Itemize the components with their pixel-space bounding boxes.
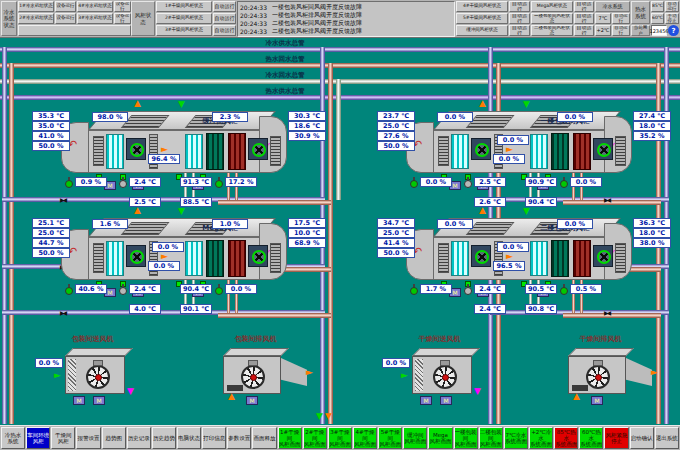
fan-body <box>223 356 281 394</box>
toolbar-button-8[interactable]: 电脑状态 <box>177 427 201 449</box>
toolbar-button-22[interactable]: +2℃冷水 系统画面 <box>529 427 553 449</box>
status-button[interactable]: 自动运行 <box>574 1 594 12</box>
ahu-left-value: 27.6 % <box>377 131 415 141</box>
ahu-left-value: 41.4 % <box>377 238 415 248</box>
toolbar-button-13[interactable]: 2#干燥间 风柜画面 <box>303 427 327 449</box>
temp-sensor-icon <box>464 177 472 188</box>
toolbar-button-19[interactable]: 一楼包装间 风柜画面 <box>454 427 478 449</box>
heating-return-temp: 90.1 ℃ <box>180 304 212 314</box>
grille-icon <box>615 243 626 273</box>
ahu-left-value: 25.1 ℃ <box>32 218 70 228</box>
pipe-vertical <box>336 79 341 200</box>
toolbar-button-14[interactable]: 3#干燥间 风柜画面 <box>328 427 352 449</box>
device-status-button[interactable]: 3#冷水机组状态 <box>77 13 113 24</box>
ahu-right-value: 35.2 % <box>633 131 671 141</box>
status-button[interactable]: 一楼包装间风柜状态 <box>531 13 573 24</box>
toolbar-button-21[interactable]: 7℃冷水 系统画面 <box>504 427 528 449</box>
device-status-button[interactable]: 1#冷水机组状态 <box>18 1 54 12</box>
status-button[interactable]: 缓冲间风柜状态 <box>456 25 508 36</box>
chilled-temp-button[interactable]: +2℃ <box>595 25 611 36</box>
toolbar-button-27[interactable]: 退出系统 <box>655 427 679 449</box>
mid-damper-value: 0.0 % <box>497 242 529 252</box>
current-user-field[interactable]: 123456 <box>651 25 667 36</box>
status-button[interactable]: 自动运行 <box>665 1 679 12</box>
device-status-button[interactable]: 4#冷水机组状态 <box>77 1 113 12</box>
chiller-group-label: 冷水系统状态 <box>1 1 17 36</box>
grille-icon <box>270 136 281 166</box>
cooling-supply-temp: 2.5 ℃ <box>474 177 506 187</box>
toolbar-button-26[interactable]: 启动确认 <box>630 427 654 449</box>
status-button[interactable]: 自动运行 <box>574 13 594 24</box>
discharge-duct <box>626 358 652 386</box>
status-button[interactable]: 5#干燥间风柜状态 <box>456 13 508 24</box>
toolbar-button-15[interactable]: 4#干燥间 风柜画面 <box>353 427 377 449</box>
status-button[interactable]: 自动运行 <box>213 25 236 36</box>
toolbar-button-23[interactable]: 85℃热水 系统画面 <box>554 427 578 449</box>
status-button[interactable]: 设备运行 <box>55 1 76 12</box>
fan-damper-position: 0.0 % <box>382 358 410 368</box>
ahu-right-value: 30.3 ℃ <box>288 111 326 121</box>
chilled-temp-button[interactable]: 7℃ <box>595 13 611 24</box>
toolbar-button-25[interactable]: 风柜紧急 停止 <box>604 427 628 449</box>
status-button[interactable]: 二楼包装间风柜状态 <box>531 25 573 36</box>
toolbar-button-6[interactable]: 历史记录 <box>127 427 151 449</box>
toolbar-button-24[interactable]: 60℃热水 系统画面 <box>579 427 603 449</box>
status-button[interactable]: 4#干燥间风柜状态 <box>456 1 508 12</box>
damper-position-value: 0.0 % <box>437 219 473 229</box>
status-button[interactable]: 自动运行 <box>509 25 530 36</box>
ahu-right-value: 10.0 ℃ <box>288 228 326 238</box>
toolbar-button-4[interactable]: 报警设置 <box>76 427 100 449</box>
fan-status-button[interactable]: 3#干燥间风柜状态 <box>156 25 212 36</box>
fan-hub <box>95 374 102 381</box>
toolbar-button-1[interactable]: 冷热水 系统 <box>1 427 25 449</box>
fan-status-button[interactable]: 2#干燥间风柜状态 <box>156 13 212 24</box>
status-button[interactable]: 自动运行 <box>612 25 630 36</box>
hot-temp-button[interactable]: 85℃ <box>651 1 664 12</box>
chilled-valve-icon <box>65 284 73 295</box>
ahu-left-value: 41.0 % <box>32 131 70 141</box>
status-button[interactable]: 自动运行 <box>213 13 236 24</box>
status-button[interactable]: Mega风柜状态 <box>531 1 573 12</box>
alarm-list[interactable]: 20:24:33一楼包装风柜回风阀开度反馈故障20:24:33一楼包装风柜排风阀… <box>237 1 455 37</box>
alarm-time: 20:24:33 <box>240 20 272 27</box>
toolbar-button-17[interactable]: 缓冲间 风柜画面 <box>403 427 427 449</box>
status-button[interactable]: 设备运行 <box>55 13 76 24</box>
toolbar-button-16[interactable]: 5#干燥间 风柜画面 <box>378 427 402 449</box>
damper-position-value: 0.0 % <box>557 219 593 229</box>
status-button[interactable]: 自动运行 <box>612 13 630 24</box>
toolbar-button-3[interactable]: 干燥间 风柜 <box>51 427 75 449</box>
fan-housing <box>248 138 268 160</box>
fan-unit-2: 包装间排风机►▲M <box>198 334 313 409</box>
toolbar-button-9[interactable]: 打印信息 <box>202 427 226 449</box>
fan-hub <box>595 374 602 381</box>
valve-body <box>410 180 418 188</box>
fan-motor-icon <box>248 360 258 366</box>
status-button[interactable]: 设备运行 <box>114 13 131 24</box>
status-button[interactable]: 自动运行 <box>509 1 530 12</box>
mid-damper-value: 0.0 % <box>497 135 529 145</box>
chilled-valve-icon <box>410 177 418 188</box>
toolbar-button-2[interactable]: 车间环境 风柜 <box>26 427 50 449</box>
toolbar-button-18[interactable]: Mega 风柜画面 <box>428 427 452 449</box>
toolbar-button-12[interactable]: 1#干燥间 风柜画面 <box>278 427 302 449</box>
roof-vent-grille-icon <box>466 115 515 128</box>
toolbar-button-20[interactable]: 二楼包装间 风柜画面 <box>479 427 503 449</box>
fan-housing <box>248 245 268 267</box>
toolbar-button-10[interactable]: 参数设置 <box>227 427 251 449</box>
cooling-return-temp: 4.0 ℃ <box>129 304 161 314</box>
help-icon[interactable]: ? <box>668 25 679 36</box>
toolbar-button-11[interactable]: 画面释放 <box>252 427 276 449</box>
fan-status-button[interactable]: 1#干燥间风柜状态 <box>156 1 212 12</box>
status-button[interactable]: 手动停止 <box>665 13 679 24</box>
status-button[interactable]: 自动运行 <box>509 13 530 24</box>
roof-vent-grille-icon <box>121 115 170 128</box>
device-status-button[interactable]: 2#冷水机组状态 <box>18 13 54 24</box>
fan-housing <box>471 138 491 160</box>
status-button[interactable]: 自动运行 <box>574 25 594 36</box>
status-button[interactable]: 自动运行 <box>213 1 236 12</box>
toolbar-button-5[interactable]: 趋势图 <box>102 427 126 449</box>
hot-temp-button[interactable]: 60℃ <box>651 13 664 24</box>
alarm-row[interactable]: 20:24:33二楼包装风柜排风阀开度反馈故障 <box>240 27 454 35</box>
toolbar-button-7[interactable]: 历史趋势 <box>152 427 176 449</box>
status-button[interactable]: 设备运行 <box>114 1 131 12</box>
